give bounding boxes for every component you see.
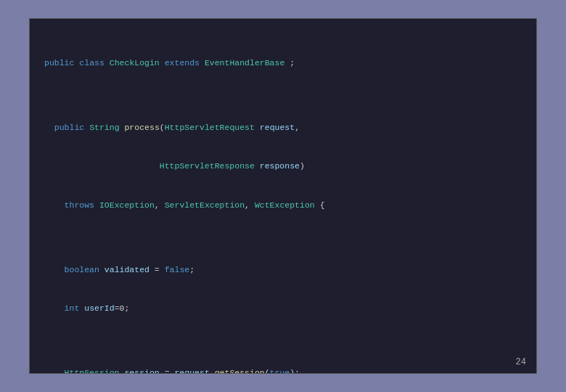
page-number: 24 [516, 357, 526, 367]
slide-container: public class CheckLogin extends EventHan… [29, 18, 537, 374]
code-block: public class CheckLogin extends EventHan… [44, 30, 522, 374]
